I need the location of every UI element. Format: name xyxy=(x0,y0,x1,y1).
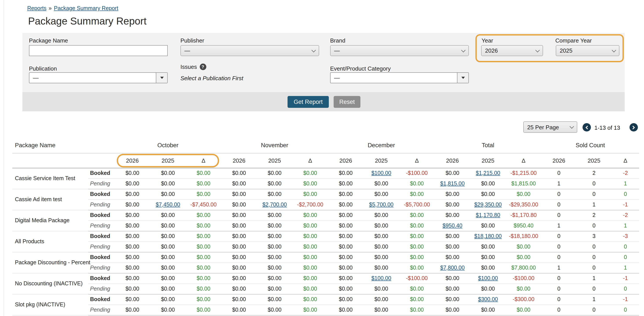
package-name-cell: Digital Media Package xyxy=(12,210,88,231)
amount-cell: $0.00 xyxy=(506,284,541,294)
amount-cell[interactable]: $7,800.00 xyxy=(434,263,470,273)
amount-cell: $0.00 xyxy=(328,241,364,252)
amount-cell: $0.00 xyxy=(186,231,221,241)
issues-field: Issues ? xyxy=(180,64,206,70)
amount-cell[interactable]: $950.40 xyxy=(434,220,470,231)
amount-cell: $0.00 xyxy=(328,294,364,305)
year-select[interactable]: 2026 xyxy=(481,45,543,56)
amount-cell: $0.00 xyxy=(292,284,328,294)
amount-cell: $0.00 xyxy=(506,189,541,199)
amount-cell: $0.00 xyxy=(257,168,292,178)
amount-cell: $0.00 xyxy=(434,273,470,284)
reset-button[interactable]: Reset xyxy=(334,96,360,108)
subheader-2025: 2025 xyxy=(364,153,399,168)
amount-cell: $0.00 xyxy=(399,294,434,305)
amount-cell[interactable]: $1,215.00 xyxy=(470,168,506,178)
amount-link[interactable]: $2,700.00 xyxy=(262,202,287,208)
amount-cell: $0.00 xyxy=(364,210,399,220)
event-product-category-combobox[interactable]: — xyxy=(330,72,469,83)
amount-cell: $0.00 xyxy=(114,273,150,284)
per-page-select[interactable]: 25 Per Page xyxy=(523,121,577,133)
amount-link[interactable]: $29,350.00 xyxy=(474,202,502,208)
column-group-total: Total xyxy=(434,138,541,153)
compare-year-select[interactable]: 2025 xyxy=(556,45,620,56)
chevron-down-icon xyxy=(461,48,466,52)
amount-link[interactable]: $100.00 xyxy=(372,170,391,176)
table-row-booked: Slot pkg (INACTIVE)Booked$0.00$0.00$0.00… xyxy=(12,294,639,305)
amount-cell: $950.40 xyxy=(506,220,541,231)
amount-cell: $0.00 xyxy=(186,263,221,273)
amount-cell[interactable]: $7,450.00 xyxy=(150,199,186,210)
event-product-category-dropdown-button[interactable] xyxy=(457,73,468,83)
amount-cell[interactable]: $300.00 xyxy=(470,294,506,305)
amount-cell: $0.00 xyxy=(328,178,364,189)
amount-cell[interactable]: $1,815.00 xyxy=(434,178,470,189)
amount-cell: $0.00 xyxy=(150,294,186,305)
amount-cell: $0.00 xyxy=(364,231,399,241)
brand-select[interactable]: — xyxy=(330,45,469,56)
amount-cell[interactable]: $100.00 xyxy=(364,273,399,284)
amount-cell[interactable]: $5,700.00 xyxy=(364,199,399,210)
breadcrumb-link-reports[interactable]: Reports xyxy=(27,5,46,11)
get-report-button[interactable]: Get Report xyxy=(288,96,329,108)
publisher-select[interactable]: — xyxy=(180,45,319,56)
amount-link[interactable]: $7,450.00 xyxy=(156,202,180,208)
amount-cell: -$100.00 xyxy=(399,168,434,178)
compare-year-select-value: 2025 xyxy=(560,47,572,54)
publication-combobox[interactable]: — xyxy=(29,72,168,83)
amount-cell[interactable]: $100.00 xyxy=(364,168,399,178)
amount-cell: 0 xyxy=(612,241,639,252)
amount-cell: -$100.00 xyxy=(399,273,434,284)
help-icon[interactable]: ? xyxy=(200,64,206,70)
amount-cell[interactable]: $1,170.80 xyxy=(470,210,506,220)
amount-cell: $0.00 xyxy=(434,294,470,305)
brand-select-value: — xyxy=(334,47,340,54)
amount-cell: 0 xyxy=(576,284,612,294)
breadcrumb-link-package-summary-report[interactable]: Package Summary Report xyxy=(54,5,118,11)
amount-link[interactable]: $5,700.00 xyxy=(369,202,394,208)
amount-cell[interactable]: $2,700.00 xyxy=(257,199,292,210)
amount-cell: $0.00 xyxy=(399,252,434,263)
amount-link[interactable]: $300.00 xyxy=(478,296,498,303)
amount-link[interactable]: $1,215.00 xyxy=(476,170,500,176)
amount-cell: 0 xyxy=(541,189,576,199)
row-type-label: Booked xyxy=(88,252,114,263)
amount-cell: $0.00 xyxy=(114,241,150,252)
amount-cell: $0.00 xyxy=(470,189,506,199)
next-page-button[interactable] xyxy=(630,123,638,132)
amount-link[interactable]: $100.00 xyxy=(478,275,498,281)
subheader-2026: 2026 xyxy=(114,153,150,168)
amount-cell: 0 xyxy=(576,263,612,273)
amount-cell: $0.00 xyxy=(328,284,364,294)
amount-cell: 0 xyxy=(541,231,576,241)
amount-cell: $0.00 xyxy=(364,305,399,315)
amount-link[interactable]: $18,180.00 xyxy=(474,233,502,239)
amount-cell: $0.00 xyxy=(221,263,257,273)
amount-cell: $0.00 xyxy=(434,199,470,210)
publication-dropdown-button[interactable] xyxy=(156,73,167,83)
amount-link[interactable]: $7,800.00 xyxy=(440,265,465,271)
amount-link[interactable]: $1,815.00 xyxy=(440,180,465,187)
table-row-booked: Cassie Service Item TestBooked$0.00$0.00… xyxy=(12,168,639,178)
subheader-Δ: Δ xyxy=(612,153,639,168)
year-label: Year xyxy=(482,37,493,44)
amount-cell: $0.00 xyxy=(364,263,399,273)
subheader-2025: 2025 xyxy=(257,153,292,168)
prev-page-button[interactable] xyxy=(582,123,591,132)
subheader-2026: 2026 xyxy=(328,153,364,168)
amount-cell[interactable]: $100.00 xyxy=(470,273,506,284)
subheader-Δ: Δ xyxy=(506,153,541,168)
amount-cell: $0.00 xyxy=(114,294,150,305)
amount-link[interactable]: $950.40 xyxy=(442,223,462,229)
amount-cell[interactable]: $29,350.00 xyxy=(470,199,506,210)
amount-link[interactable]: $1,170.80 xyxy=(476,212,500,218)
subheader-2026: 2026 xyxy=(541,153,576,168)
subheader-Δ: Δ xyxy=(186,153,221,168)
package-name-input[interactable] xyxy=(29,45,168,56)
amount-link[interactable]: $100.00 xyxy=(372,275,391,281)
table-row-pending: Pending$0.00$0.00$0.00$0.00$0.00$0.00$0.… xyxy=(12,263,639,273)
amount-cell: $0.00 xyxy=(470,178,506,189)
publication-combobox-value: — xyxy=(30,73,156,83)
amount-cell: 0 xyxy=(541,241,576,252)
amount-cell[interactable]: $18,180.00 xyxy=(470,231,506,241)
